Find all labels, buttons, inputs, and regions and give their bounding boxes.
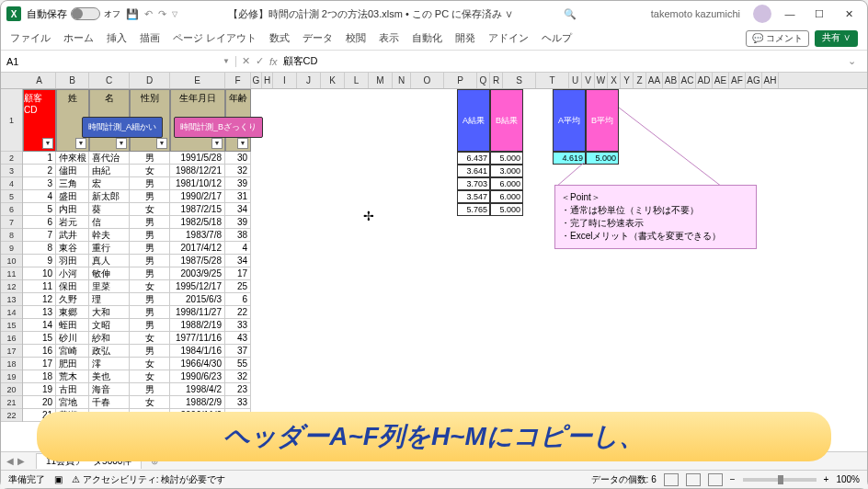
cell[interactable]: 13 (23, 306, 56, 319)
table-row[interactable]: 10小河敏伸男2003/9/2517 (23, 267, 867, 280)
cell[interactable]: 1988/2/9 (170, 396, 225, 409)
zoom-in-icon[interactable]: + (824, 474, 829, 484)
accept-formula-icon[interactable]: ✓ (256, 55, 264, 67)
cell[interactable]: 3 (23, 177, 56, 190)
cell[interactable]: 4 (225, 242, 251, 255)
cell[interactable]: 真人 (89, 255, 130, 267)
row-header-8[interactable]: 8 (1, 229, 22, 242)
accessibility-status[interactable]: ⚠ アクセシビリティ: 検討が必要です (72, 473, 225, 486)
col-header-P[interactable]: P (444, 73, 477, 88)
macro-button-b[interactable]: 時間計測_Bざっくり (174, 117, 263, 138)
col-header-E[interactable]: E (170, 73, 225, 88)
cell[interactable]: 喜代治 (89, 152, 130, 165)
cell[interactable]: 女 (130, 203, 170, 216)
cell[interactable]: 男 (130, 319, 170, 332)
cell[interactable]: 里菜 (89, 280, 130, 293)
cell[interactable]: 20 (23, 396, 56, 409)
table-row[interactable]: 15砂川紗和女1977/11/1643 (23, 332, 867, 345)
col-header-U[interactable]: U (569, 73, 582, 88)
cell[interactable]: 男 (130, 229, 170, 242)
cell[interactable]: 1998/11/27 (170, 306, 225, 319)
cell[interactable]: 39 (225, 177, 251, 190)
col-header-T[interactable]: T (536, 73, 569, 88)
row-header-17[interactable]: 17 (1, 345, 22, 358)
cell[interactable]: 三角 (56, 177, 89, 190)
filter-icon[interactable]: ▼ (237, 138, 248, 149)
tab-help[interactable]: ヘルプ (542, 31, 572, 45)
cell[interactable]: 33 (225, 319, 251, 332)
redo-icon[interactable]: ↷ (158, 8, 166, 20)
cell[interactable]: 女 (130, 396, 170, 409)
row-header-2[interactable]: 2 (1, 152, 22, 165)
row-header-6[interactable]: 6 (1, 203, 22, 216)
zoom-level[interactable]: 100% (836, 474, 860, 484)
cell[interactable]: 男 (130, 242, 170, 255)
cell[interactable]: 1991/5/28 (170, 152, 225, 165)
cell[interactable]: 14 (23, 319, 56, 332)
cell[interactable]: 2003/9/25 (170, 267, 225, 280)
cell[interactable]: 1987/5/28 (170, 255, 225, 267)
cell[interactable]: 32 (225, 165, 251, 177)
tab-insert[interactable]: 挿入 (107, 31, 127, 45)
col-header-A[interactable]: A (23, 73, 56, 88)
save-icon[interactable]: 💾 (126, 8, 139, 20)
col-header-C[interactable]: C (89, 73, 130, 88)
cell[interactable]: 男 (130, 267, 170, 280)
cell[interactable]: 16 (23, 345, 56, 358)
search-icon[interactable]: 🔍 (564, 8, 577, 20)
table-row[interactable]: 11保田里菜女1995/12/1725 (23, 280, 867, 293)
row-header-22[interactable]: 22 (1, 409, 22, 422)
cell[interactable]: 女 (130, 358, 170, 370)
cells-area[interactable]: 顧客CD▼ 姓▼ 名▼ 性別▼ 生年月日▼ 年齢▼ 時間計測_A細かい 時間計測… (23, 89, 867, 451)
cell[interactable]: 盛田 (56, 190, 89, 203)
name-box[interactable]: A1 ▼ (1, 56, 236, 67)
row-header-9[interactable]: 9 (1, 242, 22, 255)
table-row[interactable]: 12久野理男2015/6/36 (23, 293, 867, 306)
row-header-19[interactable]: 19 (1, 370, 22, 383)
tab-addins[interactable]: アドイン (488, 31, 529, 45)
cell[interactable]: 男 (130, 306, 170, 319)
cell[interactable]: 幹夫 (89, 229, 130, 242)
cell[interactable]: 荒木 (56, 370, 89, 383)
cell[interactable]: 55 (225, 358, 251, 370)
qat-dropdown-icon[interactable]: ▽ (172, 10, 177, 18)
column-headers[interactable]: ABCDEFGHIJKLMNOPQRSTUVWXYZAAABACADAEAFAG… (1, 73, 867, 89)
cell[interactable]: 1982/5/18 (170, 216, 225, 229)
cell[interactable]: 34 (225, 255, 251, 267)
col-header-M[interactable]: M (369, 73, 393, 88)
col-header-V[interactable]: V (582, 73, 595, 88)
cell[interactable]: 古田 (56, 383, 89, 396)
worksheet-grid[interactable]: ABCDEFGHIJKLMNOPQRSTUVWXYZAAABACADAEAFAG… (1, 73, 867, 451)
tab-view[interactable]: 表示 (379, 31, 399, 45)
cell[interactable]: 男 (130, 216, 170, 229)
cell[interactable]: 17 (225, 267, 251, 280)
cell[interactable]: 33 (225, 396, 251, 409)
cell[interactable]: 1981/10/12 (170, 177, 225, 190)
cell[interactable]: 30 (225, 152, 251, 165)
tab-file[interactable]: ファイル (10, 31, 51, 45)
cell[interactable]: 男 (130, 255, 170, 267)
cell[interactable]: 保田 (56, 280, 89, 293)
tab-developer[interactable]: 開発 (455, 31, 475, 45)
autosave-toggle[interactable]: 自動保存 オフ (27, 7, 120, 21)
cell[interactable]: 小河 (56, 267, 89, 280)
cell[interactable]: 9 (23, 255, 56, 267)
tab-formulas[interactable]: 数式 (269, 31, 290, 45)
cell[interactable]: 理 (89, 293, 130, 306)
cell[interactable]: 武井 (56, 229, 89, 242)
cell[interactable]: 岩元 (56, 216, 89, 229)
cell[interactable]: 25 (225, 280, 251, 293)
cell[interactable]: 15 (23, 332, 56, 345)
cell[interactable]: 18 (23, 370, 56, 383)
cell[interactable]: 千春 (89, 396, 130, 409)
col-header-X[interactable]: X (608, 73, 621, 88)
col-header-AC[interactable]: AC (680, 73, 696, 88)
tab-pagelayout[interactable]: ページ レイアウト (173, 31, 257, 45)
maximize-button[interactable]: ☐ (806, 5, 832, 23)
cell[interactable]: 1988/12/21 (170, 165, 225, 177)
col-header-D[interactable]: D (130, 73, 170, 88)
col-header-R[interactable]: R (490, 73, 503, 88)
cell[interactable]: 文昭 (89, 319, 130, 332)
cell[interactable]: 蛭田 (56, 319, 89, 332)
comments-button[interactable]: 💬 コメント (746, 30, 809, 47)
